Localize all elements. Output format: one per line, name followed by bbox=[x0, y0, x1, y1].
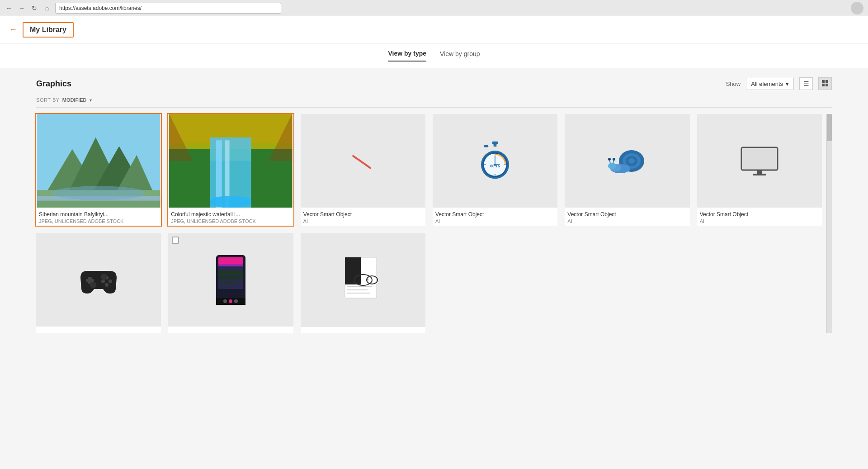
sort-arrow-icon[interactable]: ▾ bbox=[90, 98, 92, 103]
item-name-6: Vector Smart Object bbox=[700, 211, 819, 218]
svg-rect-2 bbox=[822, 84, 825, 86]
red-line-icon bbox=[352, 155, 372, 169]
svg-point-57 bbox=[108, 280, 112, 283]
items-grid-row2 bbox=[36, 233, 822, 333]
show-dropdown[interactable]: All elements ▾ bbox=[746, 78, 794, 90]
svg-rect-53 bbox=[753, 174, 766, 175]
snail-icon bbox=[607, 145, 647, 177]
svg-text:00:15: 00:15 bbox=[491, 164, 500, 168]
library-title-button[interactable]: My Library bbox=[23, 22, 74, 38]
stopwatch-icon: 00:15 bbox=[475, 141, 515, 181]
sort-value: MODIFIED bbox=[62, 97, 87, 103]
section-controls: Show All elements ▾ ☰ bbox=[726, 77, 832, 90]
list-view-icon: ☰ bbox=[803, 80, 809, 87]
thumbnail-3 bbox=[301, 114, 425, 208]
item-name-3: Vector Smart Object bbox=[303, 211, 423, 218]
svg-point-20 bbox=[208, 196, 255, 208]
svg-rect-0 bbox=[822, 80, 825, 83]
content-area: Siberian mountain Balyiktyi... JPEG, UNL… bbox=[36, 114, 832, 333]
svg-point-12 bbox=[52, 186, 146, 200]
address-bar[interactable]: https://assets.adobe.com/libraries/ bbox=[55, 3, 281, 14]
svg-point-59 bbox=[105, 283, 108, 287]
items-grid-row1: Siberian mountain Balyiktyi... JPEG, UNL… bbox=[36, 114, 822, 226]
item-info-9 bbox=[301, 327, 425, 333]
svg-rect-51 bbox=[743, 149, 776, 169]
item-name-5: Vector Smart Object bbox=[567, 211, 687, 218]
svg-rect-27 bbox=[484, 145, 489, 147]
phone-app-icon bbox=[216, 255, 245, 305]
sort-label: SORT BY bbox=[36, 97, 60, 103]
svg-point-45 bbox=[608, 163, 616, 169]
item-name-4: Vector Smart Object bbox=[435, 211, 555, 218]
grid-item-5[interactable]: Vector Smart Object AI bbox=[565, 114, 689, 226]
svg-rect-67 bbox=[218, 276, 243, 280]
item-info-3: Vector Smart Object AI bbox=[301, 208, 425, 226]
svg-rect-65 bbox=[218, 264, 243, 266]
item-info-6: Vector Smart Object AI bbox=[697, 208, 822, 226]
item-type-1: JPEG, UNLICENSED ADOBE STOCK bbox=[39, 218, 158, 224]
svg-point-72 bbox=[234, 299, 238, 303]
home-button[interactable]: ⌂ bbox=[42, 4, 52, 13]
grid-item-2[interactable]: Colorful majestic waterfall i... JPEG, U… bbox=[168, 114, 293, 226]
thumbnail-6 bbox=[697, 114, 822, 208]
sort-bar: SORT BY MODIFIED ▾ bbox=[36, 97, 832, 108]
tab-view-by-type[interactable]: View by type bbox=[388, 50, 426, 62]
refresh-button[interactable]: ↻ bbox=[30, 4, 39, 13]
svg-rect-1 bbox=[826, 80, 828, 83]
item-type-4: AI bbox=[435, 218, 555, 224]
main-content: Graphics Show All elements ▾ ☰ bbox=[0, 68, 868, 469]
browser-chrome: ← → ↻ ⌂ https://assets.adobe.com/librari… bbox=[0, 0, 868, 16]
grid-item-8[interactable] bbox=[168, 233, 293, 333]
scrollbar-thumb[interactable] bbox=[827, 114, 832, 141]
grid-item-6[interactable]: Vector Smart Object AI bbox=[697, 114, 822, 226]
svg-point-61 bbox=[101, 274, 107, 280]
forward-button[interactable]: → bbox=[17, 4, 26, 13]
item-type-2: JPEG, UNLICENSED ADOBE STOCK bbox=[171, 218, 290, 224]
svg-rect-3 bbox=[826, 84, 828, 86]
svg-rect-26 bbox=[494, 143, 497, 147]
user-avatar bbox=[851, 2, 863, 14]
tab-view-by-group[interactable]: View by group bbox=[440, 50, 480, 61]
item-info-8 bbox=[168, 327, 293, 333]
grid-item-7[interactable] bbox=[36, 233, 161, 333]
back-button[interactable]: ← bbox=[5, 4, 14, 13]
header-back-button[interactable]: ← bbox=[9, 25, 17, 34]
show-label: Show bbox=[726, 81, 741, 87]
item-type-3: AI bbox=[303, 218, 423, 224]
thumbnail-4: 00:15 bbox=[433, 114, 557, 208]
thumbnail-1 bbox=[36, 114, 161, 208]
grid-item-3[interactable]: Vector Smart Object AI bbox=[301, 114, 425, 226]
svg-point-60 bbox=[90, 282, 96, 288]
item-info-5: Vector Smart Object AI bbox=[565, 208, 689, 226]
gamepad-icon bbox=[76, 264, 121, 296]
monitor-icon bbox=[739, 145, 780, 177]
grid-item-4[interactable]: 00:15 Vector Smart Object AI bbox=[433, 114, 557, 226]
view-tabs: View by type View by group bbox=[0, 43, 868, 68]
red-line-container bbox=[301, 114, 425, 208]
thumbnail-8 bbox=[168, 233, 293, 327]
item-info-7 bbox=[36, 327, 161, 333]
dropdown-arrow-icon: ▾ bbox=[786, 81, 789, 87]
scrollbar-track[interactable] bbox=[826, 114, 832, 333]
svg-point-49 bbox=[613, 158, 615, 161]
item-info-4: Vector Smart Object AI bbox=[433, 208, 557, 226]
grid-view-icon bbox=[822, 80, 828, 88]
thumbnail-5 bbox=[565, 114, 689, 208]
grid-item-1[interactable]: Siberian mountain Balyiktyi... JPEG, UNL… bbox=[36, 114, 161, 226]
svg-point-71 bbox=[229, 299, 232, 303]
item-info-1: Siberian mountain Balyiktyi... JPEG, UNL… bbox=[36, 208, 161, 226]
svg-point-58 bbox=[101, 280, 105, 283]
item-name-2: Colorful majestic waterfall i... bbox=[171, 211, 290, 218]
sketch-icon bbox=[338, 253, 388, 307]
grid-view-button[interactable] bbox=[818, 77, 832, 90]
svg-point-47 bbox=[608, 158, 611, 161]
grid-section: Siberian mountain Balyiktyi... JPEG, UNL… bbox=[36, 114, 822, 333]
list-view-button[interactable]: ☰ bbox=[799, 77, 813, 90]
svg-rect-66 bbox=[218, 271, 243, 275]
svg-point-70 bbox=[223, 299, 227, 303]
item-type-5: AI bbox=[567, 218, 687, 224]
checkbox-icon bbox=[172, 237, 179, 244]
app-header: ← My Library bbox=[0, 16, 868, 43]
item-type-6: AI bbox=[700, 218, 819, 224]
grid-item-9[interactable] bbox=[301, 233, 425, 333]
